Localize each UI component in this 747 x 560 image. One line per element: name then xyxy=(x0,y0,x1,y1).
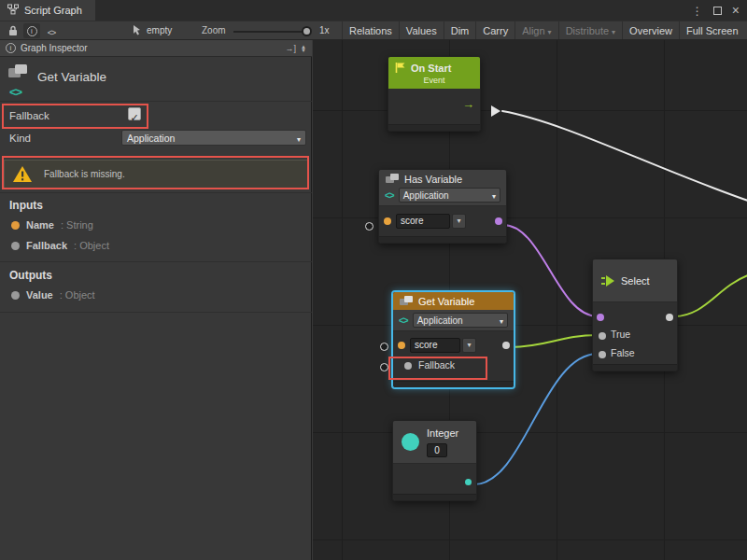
lock-icon[interactable] xyxy=(5,23,21,38)
tab-title: Script Graph xyxy=(24,5,82,16)
fullscreen-button[interactable]: Full Screen xyxy=(679,21,745,39)
values-button[interactable]: Values xyxy=(399,21,444,39)
chevron-down-icon xyxy=(612,25,615,36)
name-input-port[interactable] xyxy=(398,342,405,349)
integer-output-port[interactable] xyxy=(465,479,472,485)
true-input-port[interactable] xyxy=(599,332,606,340)
variable-picker-button[interactable]: ▾ xyxy=(452,214,466,229)
node-body: score ▾ xyxy=(379,206,506,236)
code-view-button[interactable] xyxy=(43,23,60,38)
bool-output-port[interactable] xyxy=(495,217,502,225)
info-icon xyxy=(6,43,16,53)
inspect-toggle-button[interactable] xyxy=(23,23,40,38)
integer-icon xyxy=(402,433,419,451)
dim-button[interactable]: Dim xyxy=(444,21,476,39)
pick-cursor-icon xyxy=(133,24,142,37)
fallback-input-port[interactable] xyxy=(404,362,412,370)
chevron-down-icon xyxy=(297,133,301,144)
toolbar-buttons: Relations Values Dim Carry Align Distrib… xyxy=(342,21,747,39)
node-integer[interactable]: Integer 0 xyxy=(392,420,477,501)
onstart-flow-output-port[interactable] xyxy=(491,105,500,117)
node-select[interactable]: Select True False xyxy=(592,259,678,371)
flow-arrow-icon xyxy=(462,97,474,111)
hasvariable-name-port-ring[interactable] xyxy=(365,222,374,231)
carry-button[interactable]: Carry xyxy=(475,21,514,39)
node-header: Has Variable <> Application xyxy=(379,170,506,206)
variables-icon xyxy=(399,295,414,307)
info-icon xyxy=(27,26,37,36)
integer-value-field[interactable]: 0 xyxy=(427,443,447,457)
wire-layer xyxy=(313,40,747,560)
zoom-value: 1x xyxy=(319,25,330,35)
code-icon xyxy=(48,22,56,39)
kind-dropdown[interactable]: Application xyxy=(413,313,508,328)
variable-picker-button[interactable]: ▾ xyxy=(462,338,476,353)
wire-getvariable-to-select-true[interactable] xyxy=(511,335,598,347)
selection-status-label: empty xyxy=(147,25,172,35)
getvariable-fallback-port-ring[interactable] xyxy=(380,363,388,371)
node-body: score ▾ Fallback xyxy=(393,331,514,381)
condition-input-port[interactable] xyxy=(597,314,604,321)
window-tab-bar: Script Graph xyxy=(0,0,747,21)
warning-icon xyxy=(12,165,33,183)
node-header: Integer 0 xyxy=(393,421,476,464)
collapse-expand-icon[interactable]: ▲▼ xyxy=(301,45,306,52)
variable-name-field[interactable]: score xyxy=(410,338,460,353)
overview-button[interactable]: Overview xyxy=(622,21,679,39)
graph-canvas[interactable]: On Start Event Has Variable <> Applicati… xyxy=(313,40,747,560)
close-icon[interactable] xyxy=(732,2,740,19)
code-icon: <> xyxy=(399,315,408,326)
node-body xyxy=(388,89,480,124)
code-icon: <> xyxy=(9,85,21,99)
align-button[interactable]: Align xyxy=(514,21,557,39)
node-has-variable[interactable]: Has Variable <> Application score ▾ xyxy=(378,169,507,244)
string-port-icon xyxy=(11,221,20,230)
node-header-kind: <> Application xyxy=(393,310,514,331)
node-body: True False xyxy=(593,302,677,364)
zoom-slider-track[interactable] xyxy=(233,31,310,33)
code-icon: <> xyxy=(385,190,394,201)
relations-button[interactable]: Relations xyxy=(342,21,399,39)
value-output-port[interactable] xyxy=(502,342,510,349)
warning-box: Fallback is missing. xyxy=(4,160,308,189)
tab-script-graph[interactable]: Script Graph xyxy=(0,0,95,21)
node-subtitle: Event xyxy=(394,76,474,85)
inputs-section-title: Inputs xyxy=(9,199,43,212)
wire-select-output[interactable] xyxy=(674,275,747,316)
name-input-port[interactable] xyxy=(384,217,391,225)
zoom-slider-handle[interactable] xyxy=(302,26,312,36)
fallback-field-label: Fallback xyxy=(9,110,49,121)
kind-dropdown[interactable]: Application xyxy=(121,130,306,146)
wire-hasvariable-to-select-condition[interactable] xyxy=(503,225,598,316)
node-get-variable[interactable]: Get Variable <> Application score ▾ Fall… xyxy=(392,291,514,388)
dock-icon[interactable] xyxy=(286,43,297,53)
variables-icon xyxy=(7,63,30,83)
variables-icon xyxy=(385,173,400,185)
wire-onstart-flow[interactable] xyxy=(502,111,747,201)
getvariable-name-port-ring[interactable] xyxy=(380,343,388,351)
node-header: Select xyxy=(593,259,677,302)
kind-field-label: Kind xyxy=(9,133,31,144)
maximize-icon[interactable] xyxy=(713,7,722,15)
node-title: Select xyxy=(621,275,650,287)
node-body xyxy=(393,464,476,494)
node-title: Integer xyxy=(427,427,458,439)
inspector-title: Graph Inspector xyxy=(21,43,88,53)
variable-name-field[interactable]: score xyxy=(396,214,450,229)
object-port-icon xyxy=(11,242,20,250)
output-pin-value: Value : Object xyxy=(11,289,95,301)
node-header-warning: Get Variable xyxy=(393,292,514,310)
flag-icon xyxy=(394,62,406,74)
kind-dropdown[interactable]: Application xyxy=(399,188,500,203)
false-input-port[interactable] xyxy=(599,351,606,358)
selection-output-port[interactable] xyxy=(666,314,673,321)
true-port-label: True xyxy=(611,329,630,340)
menu-kebab-icon[interactable] xyxy=(692,2,703,19)
distribute-button[interactable]: Distribute xyxy=(558,21,622,39)
node-title: Get Variable xyxy=(418,296,474,307)
node-header: On Start Event xyxy=(388,57,480,89)
selection-status: empty xyxy=(133,21,172,39)
node-title: On Start xyxy=(411,63,451,74)
node-on-start[interactable]: On Start Event xyxy=(388,56,481,132)
fallback-checkbox[interactable] xyxy=(128,107,141,120)
